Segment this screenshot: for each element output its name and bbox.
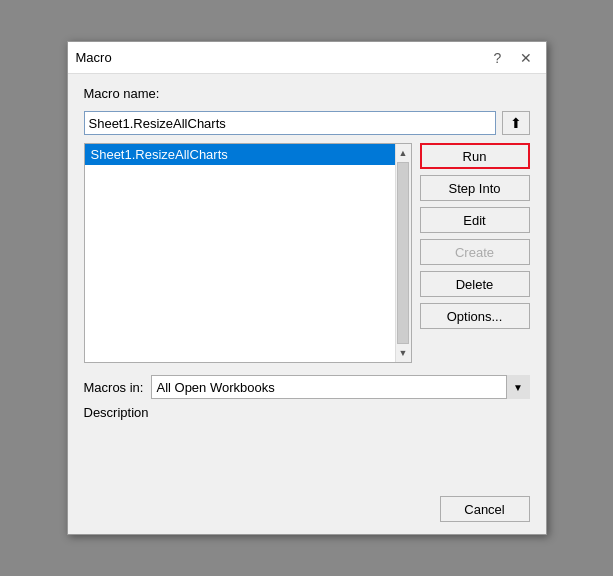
close-button[interactable]: ✕ [514,46,538,70]
title-bar: Macro ? ✕ [68,42,546,74]
dialog-body: Macro name: ⬆ Sheet1.ResizeAllCharts ▲ ▼… [68,74,546,488]
run-button[interactable]: Run [420,143,530,169]
scroll-down-arrow[interactable]: ▼ [396,346,410,360]
step-into-button[interactable]: Step Into [420,175,530,201]
scrollbar: ▲ ▼ [395,144,411,362]
macro-list-container: Sheet1.ResizeAllCharts ▲ ▼ [84,143,412,363]
dialog-title: Macro [76,50,112,65]
title-bar-right: ? ✕ [486,46,538,70]
create-button[interactable]: Create [420,239,530,265]
help-button[interactable]: ? [486,46,510,70]
scroll-thumb[interactable] [397,162,409,344]
macro-name-input[interactable] [84,111,496,135]
scroll-up-arrow[interactable]: ▲ [396,146,410,160]
footer-row: Cancel [68,488,546,534]
title-bar-left: Macro [76,50,112,65]
macros-in-select[interactable]: All Open Workbooks This Workbook [151,375,529,399]
cancel-button[interactable]: Cancel [440,496,530,522]
macro-dialog: Macro ? ✕ Macro name: ⬆ Sheet1.ResizeAll… [67,41,547,535]
edit-button[interactable]: Edit [420,207,530,233]
bottom-section: Macros in: All Open Workbooks This Workb… [84,375,530,476]
macro-name-label: Macro name: [84,86,530,101]
macros-in-label: Macros in: [84,380,144,395]
options-button[interactable]: Options... [420,303,530,329]
delete-button[interactable]: Delete [420,271,530,297]
list-item[interactable]: Sheet1.ResizeAllCharts [85,144,411,165]
description-label: Description [84,405,530,420]
action-buttons: Run Step Into Edit Create Delete Options… [420,143,530,363]
macros-in-row: Macros in: All Open Workbooks This Workb… [84,375,530,399]
top-row: ⬆ [84,111,530,135]
main-area: Sheet1.ResizeAllCharts ▲ ▼ Run Step Into… [84,143,530,363]
upload-button[interactable]: ⬆ [502,111,530,135]
macros-in-select-wrapper: All Open Workbooks This Workbook ▼ [151,375,529,399]
description-area [84,426,530,476]
macro-list[interactable]: Sheet1.ResizeAllCharts [85,144,411,362]
